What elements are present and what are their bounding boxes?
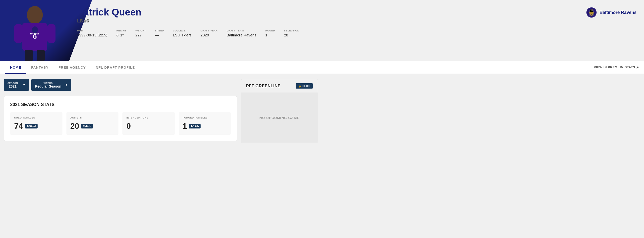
detail-round: ROUND 1 xyxy=(265,29,275,37)
weeks-chevron-icon: ▼ xyxy=(65,84,68,86)
height-value: 6' 1" xyxy=(116,33,126,37)
stat-label-forced-fumbles: FORCED FUMBLES xyxy=(183,116,227,119)
stat-card-solo-tackles: SOLO TACKLES 74 T-32nd xyxy=(10,112,62,135)
weeks-filter-label: WEEKS xyxy=(35,82,61,84)
stat-value-row-assists: 20 T-44th xyxy=(70,122,115,131)
player-details: DOB 1999-08-13 (22.5) HEIGHT 6' 1" WEIGH… xyxy=(77,29,636,37)
filters-row: SEASON 2021 ▼ WEEKS Regular Season ▼ xyxy=(4,79,237,91)
tab-fantasy[interactable]: FANTASY xyxy=(26,61,54,74)
draft-year-label: DRAFT YEAR xyxy=(200,29,218,32)
stat-card-forced-fumbles: FORCED FUMBLES 1 T-17th xyxy=(179,112,231,135)
svg-rect-5 xyxy=(47,24,56,43)
detail-draft-team: DRAFT TEAM Baltimore Ravens xyxy=(226,29,256,37)
stat-value-solo-tackles: 74 xyxy=(14,122,23,131)
speed-value: — xyxy=(155,33,164,37)
stats-section-title: 2021 SEASON STATS xyxy=(10,102,231,107)
stat-rank-assists: T-44th xyxy=(81,124,93,129)
weeks-dropdown[interactable]: WEEKS Regular Season ▼ xyxy=(31,79,71,91)
svg-text:RAVENS: RAVENS xyxy=(30,32,40,35)
team-name: Baltimore Ravens xyxy=(600,10,636,15)
selection-label: SELECTION xyxy=(284,29,299,32)
stat-value-forced-fumbles: 1 xyxy=(183,122,187,131)
right-panel: PFF GREENLINE ELITE NO UPCOMING GAME xyxy=(241,79,318,143)
season-chevron-icon: ▼ xyxy=(23,84,26,86)
left-panel: SEASON 2021 ▼ WEEKS Regular Season ▼ 202… xyxy=(4,79,237,143)
premium-stats-link[interactable]: VIEW IN PREMIUM STATS xyxy=(594,66,639,69)
stat-label-interceptions: INTERCEPTIONS xyxy=(126,116,171,119)
detail-speed: SPEED — xyxy=(155,29,164,37)
stat-card-assists: ASSISTS 20 T-44th xyxy=(66,112,119,135)
draft-team-value: Baltimore Ravens xyxy=(226,33,256,37)
stat-card-interceptions: INTERCEPTIONS 0 xyxy=(122,112,175,135)
player-position: LB #6 xyxy=(77,19,636,24)
stat-value-interceptions: 0 xyxy=(126,122,131,131)
detail-weight: WEIGHT 227 xyxy=(135,29,146,37)
greenline-body: NO UPCOMING GAME xyxy=(241,93,318,143)
tab-free-agency[interactable]: FREE AGENCY xyxy=(54,61,91,74)
player-name: Patrick Queen xyxy=(77,7,636,18)
team-badge: B Baltimore Ravens xyxy=(586,7,636,18)
player-image-area: 6 RAVENS xyxy=(0,0,70,61)
elite-badge: ELITE xyxy=(296,83,313,89)
draft-year-value: 2020 xyxy=(200,33,218,37)
dob-label: DOB xyxy=(77,29,108,32)
nav-tabs-bar: HOME FANTASY FREE AGENCY NFL DRAFT PROFI… xyxy=(0,61,644,74)
selection-value: 28 xyxy=(284,33,299,37)
college-label: COLLEGE xyxy=(173,29,192,32)
greenline-header: PFF GREENLINE ELITE xyxy=(241,79,318,93)
hero-section: 6 RAVENS Patrick Queen LB #6 DOB 1999-08… xyxy=(0,0,644,61)
detail-college: COLLEGE LSU Tigers xyxy=(173,29,192,37)
svg-rect-4 xyxy=(14,24,23,43)
svg-point-0 xyxy=(27,6,43,24)
stat-rank-solo-tackles: T-32nd xyxy=(25,124,38,129)
detail-height: HEIGHT 6' 1" xyxy=(116,29,126,37)
tab-nfl-draft-profile[interactable]: NFL DRAFT PROFILE xyxy=(91,61,140,74)
svg-point-13 xyxy=(592,11,592,11)
detail-draft-year: DRAFT YEAR 2020 xyxy=(200,29,218,37)
stat-rank-forced-fumbles: T-17th xyxy=(189,124,200,129)
detail-selection: SELECTION 28 xyxy=(284,29,299,37)
weight-value: 227 xyxy=(135,33,146,37)
college-value: LSU Tigers xyxy=(173,33,192,37)
svg-rect-6 xyxy=(25,50,33,61)
detail-dob: DOB 1999-08-13 (22.5) xyxy=(77,29,108,37)
dob-value: 1999-08-13 (22.5) xyxy=(77,33,108,37)
stat-label-solo-tackles: SOLO TACKLES xyxy=(14,116,58,119)
round-value: 1 xyxy=(265,33,275,37)
draft-team-label: DRAFT TEAM xyxy=(226,29,256,32)
stats-section: 2021 SEASON STATS SOLO TACKLES 74 T-32nd… xyxy=(4,96,237,141)
svg-rect-7 xyxy=(37,50,45,61)
stats-grid: SOLO TACKLES 74 T-32nd ASSISTS 20 T-44th… xyxy=(10,112,231,135)
svg-text:B: B xyxy=(591,14,592,15)
stat-value-row-solo-tackles: 74 T-32nd xyxy=(14,122,58,131)
stat-value-assists: 20 xyxy=(70,122,80,131)
weight-label: WEIGHT xyxy=(135,29,146,32)
stat-label-assists: ASSISTS xyxy=(70,116,115,119)
greenline-title: PFF GREENLINE xyxy=(246,84,280,88)
height-label: HEIGHT xyxy=(116,29,126,32)
round-label: ROUND xyxy=(265,29,275,32)
player-silhouette: 6 RAVENS xyxy=(9,4,61,61)
hero-info: Patrick Queen LB #6 DOB 1999-08-13 (22.5… xyxy=(70,0,644,44)
greenline-panel: PFF GREENLINE ELITE NO UPCOMING GAME xyxy=(241,79,318,143)
main-content: SEASON 2021 ▼ WEEKS Regular Season ▼ 202… xyxy=(0,74,322,148)
weeks-filter-value: Regular Season xyxy=(35,84,61,88)
stat-value-row-forced-fumbles: 1 T-17th xyxy=(183,122,227,131)
tab-home[interactable]: HOME xyxy=(5,61,26,74)
team-logo-icon: B xyxy=(586,7,597,18)
speed-label: SPEED xyxy=(155,29,164,32)
season-dropdown[interactable]: SEASON 2021 ▼ xyxy=(4,79,29,91)
stat-value-row-interceptions: 0 xyxy=(126,122,171,131)
no-game-text: NO UPCOMING GAME xyxy=(260,116,300,120)
season-filter-value: 2021 xyxy=(9,84,16,88)
season-filter-label: SEASON xyxy=(8,82,18,84)
